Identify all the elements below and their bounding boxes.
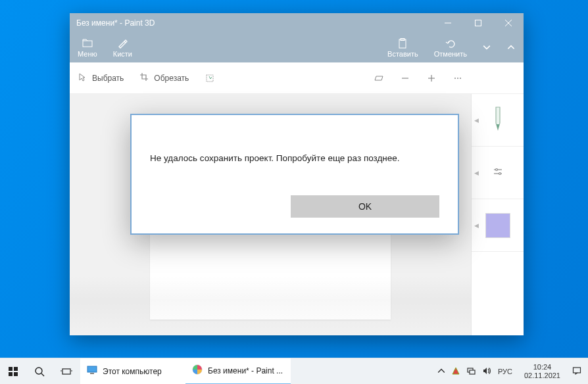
svg-point-12 xyxy=(457,78,458,79)
svg-rect-21 xyxy=(14,372,18,376)
select-label: Выбрать xyxy=(92,74,124,83)
task-view-button[interactable] xyxy=(53,358,80,385)
crop-tool[interactable]: Обрезать xyxy=(132,72,197,84)
menu-label: Меню xyxy=(78,50,97,58)
clock[interactable]: 10:24 02.11.2021 xyxy=(519,363,566,379)
brushes-button[interactable]: Кисти xyxy=(105,38,140,58)
marker-brush-icon xyxy=(491,106,504,135)
toolbar-more-chevron[interactable] xyxy=(475,43,499,53)
svg-rect-18 xyxy=(9,367,12,371)
brush-selector-row[interactable]: ◀ xyxy=(472,94,524,147)
search-button[interactable] xyxy=(26,358,53,385)
svg-rect-1 xyxy=(476,20,481,26)
window-title: Без имени* - Paint 3D xyxy=(70,18,433,28)
svg-point-17 xyxy=(499,172,501,174)
main-toolbar: Меню Кисти Вставить Отменить xyxy=(70,33,524,62)
svg-point-22 xyxy=(36,368,42,374)
system-tray: РУС 10:24 02.11.2021 xyxy=(431,363,588,379)
zoom-out-button[interactable] xyxy=(392,74,418,83)
clock-time: 10:24 xyxy=(524,363,560,372)
network-icon[interactable] xyxy=(466,366,476,377)
titlebar: Без имени* - Paint 3D xyxy=(70,13,524,33)
tray-chevron-icon[interactable] xyxy=(437,367,445,376)
start-button[interactable] xyxy=(0,358,26,385)
notifications-icon[interactable] xyxy=(572,366,581,377)
paste-label: Вставить xyxy=(387,50,418,58)
sub-toolbar: Выбрать Обрезать xyxy=(70,62,524,94)
ok-button[interactable]: OK xyxy=(291,195,439,218)
clipboard-icon xyxy=(397,38,408,49)
taskbar-app-paint3d[interactable]: Без имени* - Paint ... xyxy=(185,358,291,385)
menu-button[interactable]: Меню xyxy=(70,38,105,58)
taskbar: Этот компьютер Без имени* - Paint ... РУ… xyxy=(0,358,588,384)
sliders-icon xyxy=(493,166,503,180)
chevron-left-icon: ◀ xyxy=(474,117,479,124)
svg-rect-31 xyxy=(470,370,475,374)
chevron-left-icon: ◀ xyxy=(474,222,479,229)
undo-button[interactable]: Отменить xyxy=(426,38,475,58)
minimize-button[interactable] xyxy=(433,13,463,33)
select-tool[interactable]: Выбрать xyxy=(70,72,132,84)
side-panel: ◀ ◀ ◀ xyxy=(471,94,524,335)
svg-point-15 xyxy=(495,168,497,170)
svg-point-13 xyxy=(460,78,461,79)
language-indicator[interactable]: РУС xyxy=(498,368,512,375)
view-3d-button[interactable] xyxy=(366,74,392,83)
volume-icon[interactable] xyxy=(482,366,491,377)
crop-label: Обрезать xyxy=(154,74,189,83)
dialog-actions: OK xyxy=(150,195,439,218)
cursor-icon xyxy=(78,72,87,84)
brushes-label: Кисти xyxy=(113,50,132,58)
color-row[interactable]: ◀ xyxy=(472,199,524,252)
chevron-left-icon: ◀ xyxy=(474,170,479,176)
taskbar-app-label: Этот компьютер xyxy=(103,367,162,376)
svg-rect-28 xyxy=(90,373,94,374)
svg-rect-24 xyxy=(62,369,70,374)
paste-button[interactable]: Вставить xyxy=(380,38,426,58)
svg-rect-19 xyxy=(14,367,18,371)
svg-rect-20 xyxy=(9,372,12,376)
svg-rect-32 xyxy=(574,368,581,373)
paint3d-icon xyxy=(192,364,203,377)
zoom-in-button[interactable] xyxy=(418,74,445,83)
taskbar-app-explorer[interactable]: Этот компьютер xyxy=(80,358,185,385)
svg-line-23 xyxy=(41,373,44,376)
more-options-button[interactable] xyxy=(445,74,471,83)
dialog-message: Не удалось сохранить проект. Попробуйте … xyxy=(150,133,439,195)
close-button[interactable] xyxy=(493,13,524,33)
tray-app-icon[interactable] xyxy=(452,367,460,376)
taskbar-app-label: Без имени* - Paint ... xyxy=(208,366,283,375)
folder-icon xyxy=(82,38,93,49)
maximize-button[interactable] xyxy=(463,13,493,33)
error-dialog: Не удалось сохранить проект. Попробуйте … xyxy=(130,114,459,235)
crop-icon xyxy=(139,72,149,84)
monitor-icon xyxy=(87,365,97,377)
svg-rect-4 xyxy=(83,41,92,47)
collapse-ribbon-button[interactable] xyxy=(499,43,524,53)
undo-label: Отменить xyxy=(434,50,467,58)
undo-icon xyxy=(445,38,456,49)
color-swatch[interactable] xyxy=(485,213,510,238)
brush-icon xyxy=(117,38,128,49)
magic-select-tool[interactable] xyxy=(197,74,223,83)
svg-rect-27 xyxy=(87,366,97,372)
svg-point-11 xyxy=(454,78,456,79)
clock-date: 02.11.2021 xyxy=(524,372,560,380)
thickness-row[interactable]: ◀ xyxy=(472,147,524,199)
